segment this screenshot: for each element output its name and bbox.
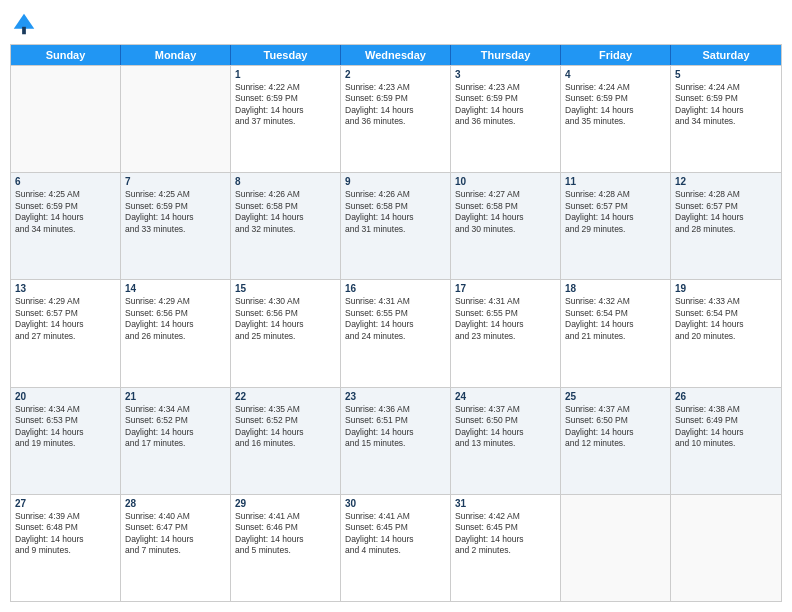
day-detail: Sunrise: 4:28 AM Sunset: 6:57 PM Dayligh…: [565, 189, 666, 235]
logo-icon: [10, 10, 38, 38]
weekday-header: Wednesday: [341, 45, 451, 65]
day-detail: Sunrise: 4:23 AM Sunset: 6:59 PM Dayligh…: [345, 82, 446, 128]
calendar-cell: 14Sunrise: 4:29 AM Sunset: 6:56 PM Dayli…: [121, 280, 231, 386]
calendar-row: 6Sunrise: 4:25 AM Sunset: 6:59 PM Daylig…: [11, 172, 781, 279]
day-number: 5: [675, 69, 777, 80]
day-number: 7: [125, 176, 226, 187]
day-number: 16: [345, 283, 446, 294]
day-detail: Sunrise: 4:27 AM Sunset: 6:58 PM Dayligh…: [455, 189, 556, 235]
svg-rect-1: [22, 27, 26, 34]
day-number: 22: [235, 391, 336, 402]
calendar-cell: 20Sunrise: 4:34 AM Sunset: 6:53 PM Dayli…: [11, 388, 121, 494]
calendar-cell: 8Sunrise: 4:26 AM Sunset: 6:58 PM Daylig…: [231, 173, 341, 279]
calendar-cell: 5Sunrise: 4:24 AM Sunset: 6:59 PM Daylig…: [671, 66, 781, 172]
calendar-cell: 10Sunrise: 4:27 AM Sunset: 6:58 PM Dayli…: [451, 173, 561, 279]
day-detail: Sunrise: 4:39 AM Sunset: 6:48 PM Dayligh…: [15, 511, 116, 557]
day-number: 10: [455, 176, 556, 187]
calendar-cell: 11Sunrise: 4:28 AM Sunset: 6:57 PM Dayli…: [561, 173, 671, 279]
day-number: 4: [565, 69, 666, 80]
calendar: SundayMondayTuesdayWednesdayThursdayFrid…: [10, 44, 782, 602]
calendar-cell: 24Sunrise: 4:37 AM Sunset: 6:50 PM Dayli…: [451, 388, 561, 494]
day-number: 3: [455, 69, 556, 80]
day-detail: Sunrise: 4:40 AM Sunset: 6:47 PM Dayligh…: [125, 511, 226, 557]
day-detail: Sunrise: 4:38 AM Sunset: 6:49 PM Dayligh…: [675, 404, 777, 450]
day-number: 28: [125, 498, 226, 509]
day-number: 14: [125, 283, 226, 294]
day-detail: Sunrise: 4:37 AM Sunset: 6:50 PM Dayligh…: [565, 404, 666, 450]
calendar-cell-empty: [11, 66, 121, 172]
day-detail: Sunrise: 4:24 AM Sunset: 6:59 PM Dayligh…: [675, 82, 777, 128]
day-detail: Sunrise: 4:29 AM Sunset: 6:56 PM Dayligh…: [125, 296, 226, 342]
calendar-cell: 26Sunrise: 4:38 AM Sunset: 6:49 PM Dayli…: [671, 388, 781, 494]
day-detail: Sunrise: 4:28 AM Sunset: 6:57 PM Dayligh…: [675, 189, 777, 235]
calendar-cell: 22Sunrise: 4:35 AM Sunset: 6:52 PM Dayli…: [231, 388, 341, 494]
day-detail: Sunrise: 4:24 AM Sunset: 6:59 PM Dayligh…: [565, 82, 666, 128]
logo: [10, 10, 42, 38]
day-detail: Sunrise: 4:41 AM Sunset: 6:46 PM Dayligh…: [235, 511, 336, 557]
header: [10, 10, 782, 38]
day-detail: Sunrise: 4:22 AM Sunset: 6:59 PM Dayligh…: [235, 82, 336, 128]
day-number: 27: [15, 498, 116, 509]
day-detail: Sunrise: 4:25 AM Sunset: 6:59 PM Dayligh…: [125, 189, 226, 235]
page: SundayMondayTuesdayWednesdayThursdayFrid…: [0, 0, 792, 612]
day-detail: Sunrise: 4:23 AM Sunset: 6:59 PM Dayligh…: [455, 82, 556, 128]
day-number: 30: [345, 498, 446, 509]
calendar-row: 20Sunrise: 4:34 AM Sunset: 6:53 PM Dayli…: [11, 387, 781, 494]
weekday-header: Sunday: [11, 45, 121, 65]
calendar-cell: 19Sunrise: 4:33 AM Sunset: 6:54 PM Dayli…: [671, 280, 781, 386]
calendar-cell: 1Sunrise: 4:22 AM Sunset: 6:59 PM Daylig…: [231, 66, 341, 172]
day-detail: Sunrise: 4:41 AM Sunset: 6:45 PM Dayligh…: [345, 511, 446, 557]
weekday-header: Saturday: [671, 45, 781, 65]
calendar-cell: 31Sunrise: 4:42 AM Sunset: 6:45 PM Dayli…: [451, 495, 561, 601]
day-number: 31: [455, 498, 556, 509]
day-detail: Sunrise: 4:33 AM Sunset: 6:54 PM Dayligh…: [675, 296, 777, 342]
calendar-cell: 4Sunrise: 4:24 AM Sunset: 6:59 PM Daylig…: [561, 66, 671, 172]
calendar-cell: 23Sunrise: 4:36 AM Sunset: 6:51 PM Dayli…: [341, 388, 451, 494]
day-number: 9: [345, 176, 446, 187]
day-number: 12: [675, 176, 777, 187]
calendar-cell: 12Sunrise: 4:28 AM Sunset: 6:57 PM Dayli…: [671, 173, 781, 279]
day-detail: Sunrise: 4:31 AM Sunset: 6:55 PM Dayligh…: [455, 296, 556, 342]
weekday-header: Thursday: [451, 45, 561, 65]
calendar-cell-empty: [561, 495, 671, 601]
day-number: 26: [675, 391, 777, 402]
day-detail: Sunrise: 4:35 AM Sunset: 6:52 PM Dayligh…: [235, 404, 336, 450]
svg-marker-0: [14, 14, 35, 29]
calendar-cell: 29Sunrise: 4:41 AM Sunset: 6:46 PM Dayli…: [231, 495, 341, 601]
day-detail: Sunrise: 4:31 AM Sunset: 6:55 PM Dayligh…: [345, 296, 446, 342]
day-number: 23: [345, 391, 446, 402]
calendar-cell: 9Sunrise: 4:26 AM Sunset: 6:58 PM Daylig…: [341, 173, 451, 279]
calendar-cell: 21Sunrise: 4:34 AM Sunset: 6:52 PM Dayli…: [121, 388, 231, 494]
day-number: 29: [235, 498, 336, 509]
calendar-cell: 16Sunrise: 4:31 AM Sunset: 6:55 PM Dayli…: [341, 280, 451, 386]
calendar-header: SundayMondayTuesdayWednesdayThursdayFrid…: [11, 45, 781, 65]
calendar-row: 27Sunrise: 4:39 AM Sunset: 6:48 PM Dayli…: [11, 494, 781, 601]
day-number: 17: [455, 283, 556, 294]
calendar-cell: 17Sunrise: 4:31 AM Sunset: 6:55 PM Dayli…: [451, 280, 561, 386]
day-detail: Sunrise: 4:25 AM Sunset: 6:59 PM Dayligh…: [15, 189, 116, 235]
calendar-cell: 13Sunrise: 4:29 AM Sunset: 6:57 PM Dayli…: [11, 280, 121, 386]
calendar-cell: 27Sunrise: 4:39 AM Sunset: 6:48 PM Dayli…: [11, 495, 121, 601]
calendar-cell: 2Sunrise: 4:23 AM Sunset: 6:59 PM Daylig…: [341, 66, 451, 172]
day-detail: Sunrise: 4:32 AM Sunset: 6:54 PM Dayligh…: [565, 296, 666, 342]
weekday-header: Friday: [561, 45, 671, 65]
weekday-header: Monday: [121, 45, 231, 65]
day-detail: Sunrise: 4:34 AM Sunset: 6:53 PM Dayligh…: [15, 404, 116, 450]
calendar-cell: 6Sunrise: 4:25 AM Sunset: 6:59 PM Daylig…: [11, 173, 121, 279]
day-detail: Sunrise: 4:26 AM Sunset: 6:58 PM Dayligh…: [345, 189, 446, 235]
day-number: 2: [345, 69, 446, 80]
day-number: 24: [455, 391, 556, 402]
day-number: 18: [565, 283, 666, 294]
calendar-body: 1Sunrise: 4:22 AM Sunset: 6:59 PM Daylig…: [11, 65, 781, 601]
day-number: 13: [15, 283, 116, 294]
day-detail: Sunrise: 4:34 AM Sunset: 6:52 PM Dayligh…: [125, 404, 226, 450]
calendar-cell: 25Sunrise: 4:37 AM Sunset: 6:50 PM Dayli…: [561, 388, 671, 494]
calendar-cell: 28Sunrise: 4:40 AM Sunset: 6:47 PM Dayli…: [121, 495, 231, 601]
day-number: 8: [235, 176, 336, 187]
day-number: 11: [565, 176, 666, 187]
calendar-cell-empty: [671, 495, 781, 601]
day-detail: Sunrise: 4:36 AM Sunset: 6:51 PM Dayligh…: [345, 404, 446, 450]
day-number: 15: [235, 283, 336, 294]
calendar-cell-empty: [121, 66, 231, 172]
day-number: 6: [15, 176, 116, 187]
